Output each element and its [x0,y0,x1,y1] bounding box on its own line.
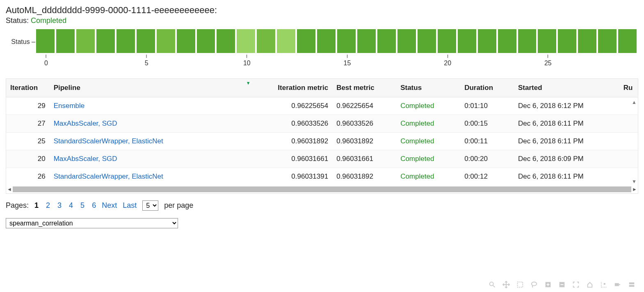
col-run[interactable]: Ru [619,79,638,97]
status-chart: Status – 0510152025 [6,29,638,69]
pager-page-5[interactable]: 5 [80,201,84,210]
status-bar-16[interactable] [357,29,376,53]
status-bar-26[interactable] [558,29,576,53]
status-bar-8[interactable] [197,29,215,53]
pager-page-1[interactable]: 1 [34,201,39,210]
col-iter-metric[interactable]: ▼Iteration metric [244,79,332,97]
status-bar-29[interactable] [618,29,637,53]
status-bar-1[interactable] [56,29,75,53]
status-bar-15[interactable] [337,29,356,53]
col-status[interactable]: Status [396,79,460,97]
cell-status: Completed [396,133,460,150]
status-bar-18[interactable] [397,29,416,53]
status-bar-22[interactable] [478,29,496,53]
status-bar-9[interactable] [217,29,235,53]
status-bar-17[interactable] [377,29,396,53]
status-bar-11[interactable] [257,29,275,53]
status-bar-21[interactable] [458,29,476,53]
status-bar-10[interactable] [237,29,255,53]
results-table-container: Iteration Pipeline ▼Iteration metric Bes… [6,78,638,194]
cell-pipeline[interactable]: MaxAbsScaler, SGD [50,115,244,133]
pager-page-4[interactable]: 4 [69,201,73,210]
cell-pipeline[interactable]: Ensemble [50,97,244,115]
col-iteration[interactable]: Iteration [6,79,50,97]
table-row: 29Ensemble0.962256540.96225654Completed0… [6,97,638,115]
horizontal-scrollbar[interactable]: ◄ ► [6,185,638,193]
cell-iter-metric: 0.96031661 [244,150,332,168]
cell-iter-metric: 0.96031391 [244,168,332,186]
cell-best-metric: 0.96031892 [332,168,396,186]
x-tick: 5 [145,55,148,67]
pager-page-2[interactable]: 2 [46,201,50,210]
scroll-up-icon[interactable]: ▲ [632,99,637,105]
cell-status: Completed [396,97,460,115]
status-bar-20[interactable] [438,29,456,53]
cell-started: Dec 6, 2018 6:11 PM [514,133,619,150]
cell-iter-metric: 0.96225654 [244,97,332,115]
col-duration[interactable]: Duration [460,79,514,97]
cell-iteration: 25 [6,133,50,150]
per-page-select[interactable]: 5 [142,200,158,211]
status-bar-12[interactable] [277,29,295,53]
col-started[interactable]: Started [514,79,619,97]
cell-iteration: 20 [6,150,50,168]
per-page-label: per page [164,201,193,210]
x-tick: 0 [44,55,48,67]
vertical-scrollbar[interactable]: ▲ ▼ [631,99,637,184]
cell-status: Completed [396,115,460,133]
status-bar-27[interactable] [578,29,596,53]
cell-status: Completed [396,168,460,186]
status-bar-19[interactable] [418,29,436,53]
pager-page-6[interactable]: 6 [92,201,96,210]
scroll-down-icon[interactable]: ▼ [632,179,637,184]
x-tick: 20 [444,55,451,67]
cell-iteration: 26 [6,168,50,186]
metric-select[interactable]: spearman_correlation [6,218,178,228]
status-label: Status: [6,16,31,25]
pager-page-3[interactable]: 3 [57,201,62,210]
cell-best-metric: 0.96033526 [332,115,396,133]
pages-label: Pages: [6,201,29,210]
run-status: Status: Completed [6,16,638,25]
status-bar-3[interactable] [96,29,115,53]
table-row: 20MaxAbsScaler, SGD0.960316610.96031661C… [6,150,638,168]
cell-started: Dec 6, 2018 6:12 PM [514,97,619,115]
page-title: AutoML_dddddddd-9999-0000-1111-eeeeeeeee… [6,5,638,16]
status-bar-14[interactable] [317,29,336,53]
cell-best-metric: 0.96031892 [332,133,396,150]
cell-status: Completed [396,150,460,168]
status-bar-5[interactable] [137,29,155,53]
status-bar-2[interactable] [76,29,95,53]
status-bar-4[interactable] [116,29,135,53]
scroll-left-icon[interactable]: ◄ [6,186,13,193]
scroll-right-icon[interactable]: ► [631,186,638,193]
cell-pipeline[interactable]: MaxAbsScaler, SGD [50,150,244,168]
cell-best-metric: 0.96031661 [332,150,396,168]
status-bar-28[interactable] [598,29,617,53]
cell-iteration: 27 [6,115,50,133]
cell-best-metric: 0.96225654 [332,97,396,115]
table-row: 26StandardScalerWrapper, ElasticNet0.960… [6,168,638,186]
cell-pipeline[interactable]: StandardScalerWrapper, ElasticNet [50,133,244,150]
status-bar-13[interactable] [297,29,315,53]
col-best-metric[interactable]: Best metric [332,79,396,97]
cell-pipeline[interactable]: StandardScalerWrapper, ElasticNet [50,168,244,186]
x-tick: 15 [344,55,351,67]
x-tick: 25 [544,55,552,67]
pager-last[interactable]: Last [123,201,137,210]
status-value: Completed [31,16,66,25]
chart-ylabel: Status – [6,38,36,46]
status-bar-6[interactable] [157,29,175,53]
status-bar-0[interactable] [36,29,55,53]
table-row: 27MaxAbsScaler, SGD0.960335260.96033526C… [6,115,638,133]
cell-duration: 0:00:15 [460,115,514,133]
results-table: Iteration Pipeline ▼Iteration metric Bes… [6,79,638,185]
status-bar-25[interactable] [538,29,556,53]
cell-iter-metric: 0.96033526 [244,115,332,133]
status-bar-7[interactable] [177,29,195,53]
pager-next[interactable]: Next [102,201,117,210]
status-bar-24[interactable] [518,29,537,53]
cell-duration: 0:00:20 [460,150,514,168]
status-bar-23[interactable] [498,29,516,53]
col-pipeline[interactable]: Pipeline [50,79,244,97]
